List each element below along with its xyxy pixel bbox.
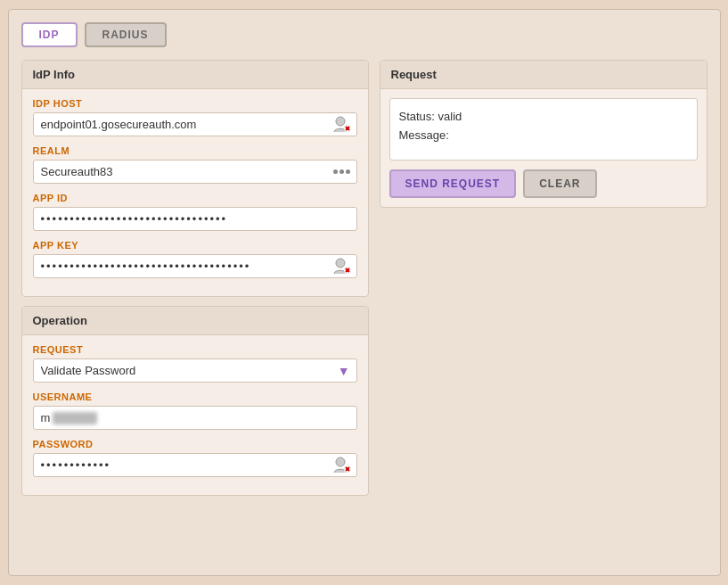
clear-button[interactable]: CLEAR [523,169,596,198]
username-label: USERNAME [33,391,357,402]
tab-bar: IDP RADIUS [21,22,708,47]
password-icon[interactable] [332,456,352,475]
realm-input-wrapper [33,160,357,184]
app-key-input[interactable] [33,254,357,278]
password-input-wrapper [33,453,357,477]
user-x-icon-3 [332,456,352,475]
app-id-input[interactable] [33,207,357,231]
idp-host-label: IDP HOST [33,98,357,109]
request-card: Request Status: valid Message: SEND REQU… [380,60,708,208]
request-select-wrapper: Validate Password Authenticate Get User … [33,358,357,383]
user-x-icon [332,115,352,135]
password-group: PASSWORD [33,439,357,477]
app-id-input-wrapper [33,207,357,231]
request-panel-body: Status: valid Message: [389,98,698,161]
main-container: IDP RADIUS IdP Info IDP HOST [8,9,721,576]
app-key-icon[interactable] [332,257,352,276]
idp-info-header: IdP Info [22,61,368,89]
realm-label: REALM [33,145,357,156]
username-input-wrapper: redacted [33,406,357,430]
send-request-button[interactable]: SEND REQUEST [389,169,517,198]
dots-icon [333,169,350,174]
content-area: IdP Info IDP HOST [21,60,708,563]
app-id-label: APP ID [33,193,357,203]
realm-input[interactable] [33,160,357,184]
username-group: USERNAME redacted [33,391,357,430]
tab-idp[interactable]: IDP [21,22,78,47]
svg-point-4 [336,259,345,268]
idp-host-input[interactable] [33,112,357,136]
realm-icon[interactable] [332,162,352,182]
request-buttons: SEND REQUEST CLEAR [380,169,707,207]
app-key-label: APP KEY [33,240,357,251]
operation-body: REQUEST Validate Password Authenticate G… [22,335,368,495]
idp-info-card: IdP Info IDP HOST [21,60,369,297]
realm-group: REALM [33,145,357,184]
idp-host-icon[interactable] [332,115,352,135]
tab-radius[interactable]: RADIUS [85,22,167,47]
status-line: Status: valid [399,108,688,127]
user-x-icon-2 [332,257,352,276]
request-select[interactable]: Validate Password Authenticate Get User … [33,358,357,383]
password-label: PASSWORD [33,439,357,449]
idp-host-input-wrapper [33,112,357,136]
operation-header: Operation [22,307,368,335]
svg-point-8 [336,457,345,466]
right-panel: Request Status: valid Message: SEND REQU… [380,60,708,563]
operation-card: Operation REQUEST Validate Password Auth… [21,306,369,496]
idp-info-body: IDP HOST [22,89,368,296]
svg-point-0 [336,117,345,126]
request-label: REQUEST [33,344,357,355]
idp-host-group: IDP HOST [33,98,357,136]
app-key-input-wrapper [33,254,357,278]
app-id-group: APP ID [33,193,357,231]
message-line: Message: [399,127,688,145]
request-group: REQUEST Validate Password Authenticate G… [33,344,357,383]
request-panel-header: Request [380,61,707,89]
left-panel: IdP Info IDP HOST [21,60,369,563]
username-blur-overlay: redacted [53,412,98,424]
password-input[interactable] [33,453,357,477]
app-key-group: APP KEY [33,240,357,278]
